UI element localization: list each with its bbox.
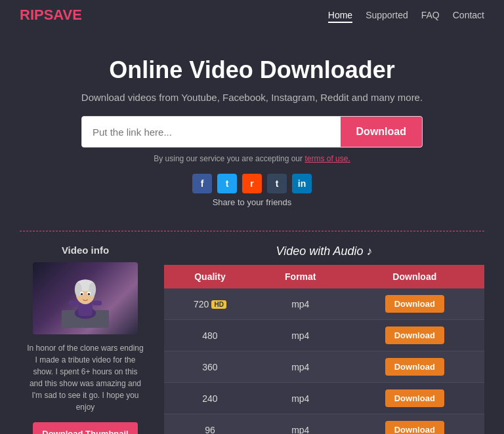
tumblr-icon[interactable]: t — [267, 174, 287, 193]
col-quality: Quality — [164, 265, 256, 288]
social-icons: f t r t in — [13, 174, 491, 193]
row-download-button[interactable]: Download — [385, 421, 444, 434]
content-section: Video info — [0, 245, 504, 434]
row-download-button[interactable]: Download — [385, 295, 444, 313]
col-format: Format — [256, 265, 345, 288]
download-cell: Download — [345, 288, 484, 320]
quality-cell: 96 — [164, 414, 256, 435]
format-cell: mp4 — [256, 288, 345, 320]
linkedin-icon[interactable]: in — [292, 174, 312, 193]
video-thumbnail — [33, 262, 138, 334]
video-audio-block: Video with Audio ♪ Quality Format Downlo… — [164, 245, 484, 434]
video-info-panel: Video info — [20, 245, 151, 434]
format-cell: mp4 — [256, 320, 345, 351]
logo-save: SAVE — [44, 7, 82, 23]
col-download: Download — [345, 265, 484, 288]
nav-item-home[interactable]: Home — [328, 9, 352, 21]
download-thumbnail-button[interactable]: Download Thumbnail — [33, 422, 137, 434]
svg-rect-12 — [93, 301, 102, 306]
row-download-button[interactable]: Download — [385, 326, 444, 344]
logo: RIPSAVE — [20, 7, 82, 24]
svg-point-10 — [88, 293, 91, 296]
hero-subtitle: Download videos from Youtube, Facebook, … — [13, 92, 491, 103]
search-bar: Download — [81, 116, 423, 148]
table-row: 480 mp4 Download — [164, 320, 484, 351]
svg-point-9 — [81, 293, 83, 296]
format-cell: mp4 — [256, 383, 345, 414]
nav-link-supported[interactable]: Supported — [366, 10, 408, 20]
terms-prefix: By using our service you are accepting o… — [154, 154, 304, 163]
table-row: 96 mp4 Download — [164, 414, 484, 435]
download-cell: Download — [345, 383, 484, 414]
thumbnail-illustration — [59, 269, 112, 328]
download-button[interactable]: Download — [341, 117, 422, 147]
quality-cell: 480 — [164, 320, 256, 351]
download-cell: Download — [345, 351, 484, 383]
terms-link[interactable]: terms of use. — [304, 154, 350, 163]
video-audio-table: Quality Format Download 720HD mp4 Downlo… — [164, 265, 484, 434]
row-download-button[interactable]: Download — [385, 389, 444, 407]
quality-cell: 240 — [164, 383, 256, 414]
hero-title: Online Video Downloader — [13, 56, 491, 84]
video-info-title: Video info — [20, 245, 151, 256]
share-label: Share to your friends — [13, 197, 491, 207]
format-cell: mp4 — [256, 351, 345, 383]
video-audio-header-row: Quality Format Download — [164, 265, 484, 288]
navbar: RIPSAVE Home Supported FAQ Contact — [0, 0, 504, 30]
logo-rip: RIP — [20, 7, 44, 23]
nav-link-faq[interactable]: FAQ — [421, 10, 440, 20]
nav-item-supported[interactable]: Supported — [366, 9, 408, 21]
download-cell: Download — [345, 320, 484, 351]
nav-item-faq[interactable]: FAQ — [421, 9, 440, 21]
table-row: 720HD mp4 Download — [164, 288, 484, 320]
svg-rect-11 — [69, 301, 78, 306]
quality-cell: 720HD — [164, 288, 256, 320]
hd-badge: HD — [211, 300, 226, 309]
reddit-icon[interactable]: r — [242, 174, 262, 193]
format-cell: mp4 — [256, 414, 345, 435]
nav-link-home[interactable]: Home — [328, 10, 352, 23]
twitter-icon[interactable]: t — [217, 174, 237, 193]
nav-item-contact[interactable]: Contact — [453, 9, 484, 21]
search-input[interactable] — [82, 117, 341, 147]
table-row: 360 mp4 Download — [164, 351, 484, 383]
terms-text: By using our service you are accepting o… — [13, 154, 491, 163]
tables-section: Video with Audio ♪ Quality Format Downlo… — [164, 245, 484, 434]
video-audio-title: Video with Audio ♪ — [164, 245, 484, 258]
row-download-button[interactable]: Download — [385, 358, 444, 376]
download-cell: Download — [345, 414, 484, 435]
nav-link-contact[interactable]: Contact — [453, 10, 484, 20]
hero-section: Online Video Downloader Download videos … — [0, 30, 504, 231]
video-description: In honor of the clone wars ending I made… — [20, 342, 151, 413]
quality-cell: 360 — [164, 351, 256, 383]
divider — [20, 231, 484, 231]
table-row: 240 mp4 Download — [164, 383, 484, 414]
nav-links: Home Supported FAQ Contact — [328, 9, 484, 21]
facebook-icon[interactable]: f — [192, 174, 212, 193]
